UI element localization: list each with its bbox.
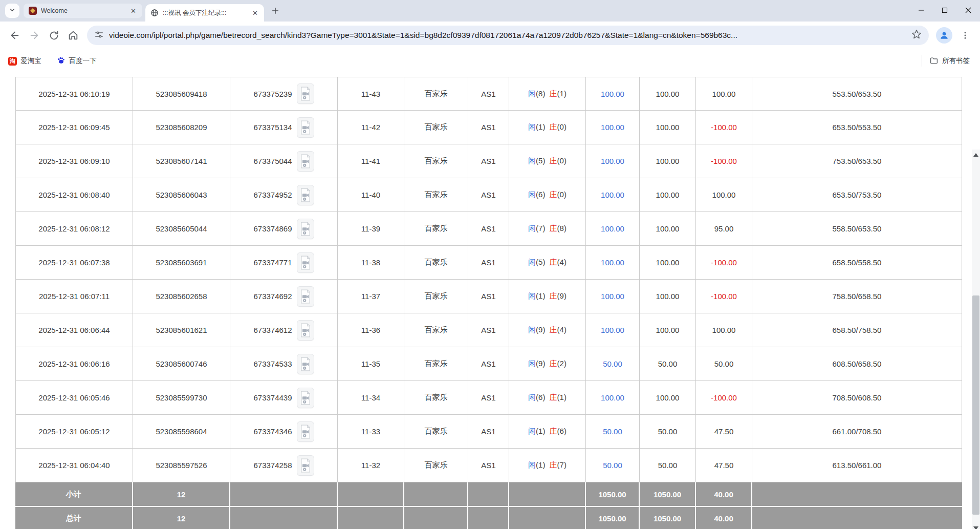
cell-bet-time: 2025-12-31 06:07:38 bbox=[15, 246, 133, 280]
cell-round: 11-37 bbox=[338, 280, 404, 313]
maximize-button[interactable] bbox=[933, 0, 956, 20]
cell-balance: 653.50/753.50 bbox=[752, 178, 962, 212]
cell-bet-id: 523085607141 bbox=[133, 144, 230, 178]
back-button[interactable] bbox=[6, 27, 24, 44]
new-tab-button[interactable] bbox=[268, 4, 282, 18]
site-settings-tune-icon[interactable] bbox=[94, 30, 104, 41]
cell-round: 11-41 bbox=[338, 144, 404, 178]
cell-bet-time: 2025-12-31 06:06:16 bbox=[15, 347, 133, 381]
forward-button[interactable] bbox=[26, 27, 43, 44]
cell-round: 11-43 bbox=[338, 77, 404, 111]
table-row: 2025-12-31 06:08:12 523085605044 6733748… bbox=[15, 212, 962, 246]
tab-search-button[interactable] bbox=[5, 4, 19, 18]
video-replay-button[interactable] bbox=[297, 320, 314, 341]
film-file-icon bbox=[299, 187, 312, 203]
cell-game-type: 百家乐 bbox=[404, 280, 468, 313]
vertical-scrollbar[interactable] bbox=[972, 150, 980, 529]
bet-amount-link[interactable]: 100.00 bbox=[601, 393, 624, 402]
bet-amount-link[interactable]: 100.00 bbox=[601, 258, 624, 267]
banker-label: 庄 bbox=[550, 224, 557, 232]
film-file-icon bbox=[299, 323, 312, 338]
scrollbar-thumb[interactable] bbox=[972, 295, 979, 515]
cell-win-loss: 50.00 bbox=[696, 347, 752, 381]
video-replay-button[interactable] bbox=[297, 219, 314, 239]
cell-game-type: 百家乐 bbox=[404, 381, 468, 415]
video-replay-button[interactable] bbox=[297, 252, 314, 273]
cell-bet-id: 523085598604 bbox=[133, 415, 230, 449]
table-row: 2025-12-31 06:04:40 523085597526 6733742… bbox=[15, 449, 962, 482]
summary-win-loss: 40.00 bbox=[696, 506, 752, 529]
cell-valid-amount: 100.00 bbox=[640, 246, 696, 280]
video-replay-button[interactable] bbox=[297, 185, 314, 205]
bookmarks-divider bbox=[922, 55, 922, 67]
film-file-icon bbox=[299, 86, 312, 101]
cell-game-type: 百家乐 bbox=[404, 415, 468, 449]
url-text[interactable]: videoie.com/ipl/portal.php/game/betrecor… bbox=[109, 31, 902, 40]
player-label: 闲 bbox=[528, 190, 536, 199]
video-replay-button[interactable] bbox=[297, 286, 314, 307]
all-bookmarks-label: 所有书签 bbox=[942, 56, 970, 66]
cell-table-code: AS1 bbox=[468, 347, 509, 381]
bookmark-item-taobao[interactable]: 淘 爱淘宝 bbox=[8, 56, 41, 66]
cell-valid-amount: 100.00 bbox=[640, 144, 696, 178]
tab-welcome[interactable]: Welcome ✕ bbox=[24, 4, 142, 18]
globe-icon bbox=[150, 9, 159, 17]
bet-amount-link[interactable]: 100.00 bbox=[601, 90, 624, 98]
video-replay-button[interactable] bbox=[297, 151, 314, 172]
video-replay-button[interactable] bbox=[297, 388, 314, 408]
bet-amount-link[interactable]: 100.00 bbox=[601, 123, 624, 132]
video-replay-button[interactable] bbox=[297, 455, 314, 476]
game-id-text: 673374258 bbox=[253, 461, 292, 470]
bet-amount-link[interactable]: 100.00 bbox=[601, 191, 624, 199]
cell-round: 11-42 bbox=[338, 111, 404, 144]
bet-amount-link[interactable]: 100.00 bbox=[601, 224, 624, 233]
bet-amount-link[interactable]: 50.00 bbox=[603, 427, 622, 436]
cell-game-id: 673374612 bbox=[230, 313, 338, 347]
player-label: 闲 bbox=[528, 122, 536, 131]
game-id-text: 673374692 bbox=[253, 292, 292, 301]
bookmark-item-baidu[interactable]: 百度一下 bbox=[57, 56, 97, 66]
minimize-button[interactable] bbox=[909, 0, 933, 20]
banker-label: 庄 bbox=[550, 89, 557, 98]
close-button[interactable] bbox=[956, 0, 980, 20]
cell-bet-result: 闲(5) 庄(4) bbox=[509, 246, 586, 280]
table-row: 2025-12-31 06:07:38 523085603691 6733747… bbox=[15, 246, 962, 280]
url-bar[interactable]: videoie.com/ipl/portal.php/game/betrecor… bbox=[87, 26, 929, 45]
cell-valid-amount: 100.00 bbox=[640, 313, 696, 347]
cell-bet-time: 2025-12-31 06:06:44 bbox=[15, 313, 133, 347]
tab-close-icon[interactable]: ✕ bbox=[251, 9, 259, 17]
scroll-down-arrow-icon[interactable] bbox=[972, 524, 980, 529]
tab-betrecord[interactable]: :::视讯 会员下注纪录::: ✕ bbox=[145, 4, 264, 22]
cell-balance: 553.50/653.50 bbox=[752, 77, 962, 111]
video-replay-button[interactable] bbox=[297, 83, 314, 104]
bet-amount-link[interactable]: 100.00 bbox=[601, 326, 624, 334]
reload-button[interactable] bbox=[45, 27, 62, 44]
video-replay-button[interactable] bbox=[297, 117, 314, 138]
bookmark-star-icon[interactable] bbox=[911, 29, 922, 41]
scroll-up-arrow-icon[interactable] bbox=[972, 151, 980, 159]
cell-game-id: 673375134 bbox=[230, 111, 338, 144]
cell-balance: 753.50/653.50 bbox=[752, 144, 962, 178]
baidu-paw-icon bbox=[57, 56, 66, 66]
home-button[interactable] bbox=[64, 27, 82, 44]
menu-kebab-icon[interactable] bbox=[956, 27, 974, 44]
video-replay-button[interactable] bbox=[297, 354, 314, 374]
bet-amount-link[interactable]: 100.00 bbox=[601, 157, 624, 165]
banker-label: 庄 bbox=[550, 122, 557, 131]
bet-amount-link[interactable]: 50.00 bbox=[603, 461, 622, 470]
banker-label: 庄 bbox=[550, 393, 557, 401]
cell-round: 11-40 bbox=[338, 178, 404, 212]
summary-win-loss: 40.00 bbox=[696, 482, 752, 506]
bet-amount-link[interactable]: 100.00 bbox=[601, 292, 624, 301]
tab-close-icon[interactable]: ✕ bbox=[129, 7, 137, 15]
cell-table-code: AS1 bbox=[468, 178, 509, 212]
all-bookmarks-button[interactable]: 所有书签 bbox=[929, 56, 970, 67]
browser-toolbar: videoie.com/ipl/portal.php/game/betrecor… bbox=[0, 22, 980, 49]
profile-avatar[interactable] bbox=[936, 27, 952, 44]
cell-game-id: 673374533 bbox=[230, 347, 338, 381]
video-replay-button[interactable] bbox=[297, 421, 314, 442]
cell-balance: 658.50/758.50 bbox=[752, 313, 962, 347]
cell-bet-time: 2025-12-31 06:10:19 bbox=[15, 77, 133, 111]
bet-amount-link[interactable]: 50.00 bbox=[603, 359, 622, 368]
cell-table-code: AS1 bbox=[468, 77, 509, 111]
